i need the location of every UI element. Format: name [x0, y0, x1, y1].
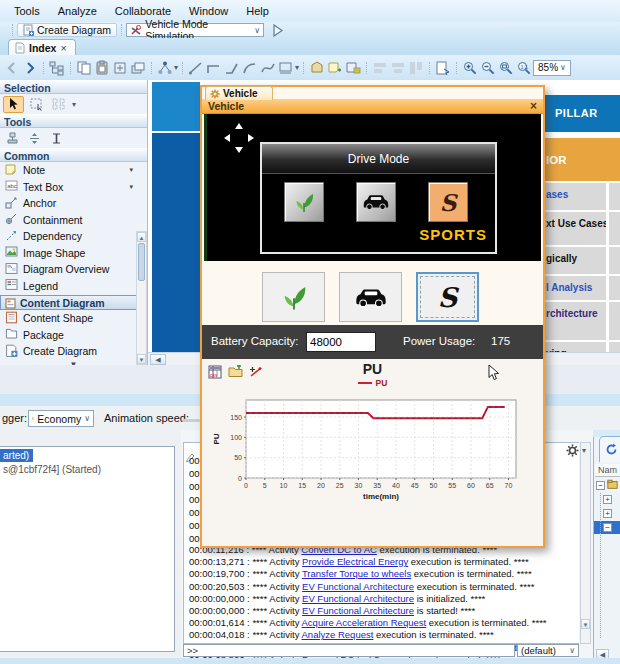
simulation-config-combo[interactable]: Vehicle Mode Simulation ∨: [126, 23, 264, 37]
tree-row[interactable]: −: [594, 479, 620, 492]
export-csv-icon[interactable]: csv: [208, 365, 222, 379]
marquee-select-button[interactable]: [28, 95, 46, 113]
menu-collaborate[interactable]: Collaborate: [107, 3, 179, 19]
console-scrollbar[interactable]: ▼: [580, 442, 591, 644]
paste-special-icon[interactable]: [111, 59, 129, 77]
close-tab-icon[interactable]: ×: [60, 42, 66, 54]
forward-icon[interactable]: [21, 59, 39, 77]
zoom-level-combo[interactable]: 85%∨: [533, 60, 571, 76]
sports-mode-indicator[interactable]: S: [428, 182, 468, 222]
close-icon[interactable]: ×: [530, 99, 537, 113]
palette-item-note[interactable]: Note▾: [0, 162, 147, 179]
multi-select-button[interactable]: [50, 95, 68, 113]
note-lock-icon[interactable]: [344, 59, 362, 77]
palette-section-tools[interactable]: Tools: [0, 114, 147, 128]
palette-item-package[interactable]: Package: [0, 327, 147, 344]
show-diagram-info-icon[interactable]: [434, 59, 452, 77]
palette-item-text-box[interactable]: abcText Box▾: [0, 179, 147, 196]
palette-item-containment[interactable]: Containment: [0, 212, 147, 229]
chevron-down-icon[interactable]: ▾: [129, 166, 133, 174]
chevron-down-icon[interactable]: ▾: [72, 100, 76, 109]
chevron-down-icon[interactable]: ▾: [129, 183, 133, 191]
expand-icon[interactable]: +: [603, 495, 612, 504]
activity-link[interactable]: Provide Electrical Energy: [302, 556, 408, 567]
back-icon[interactable]: [3, 59, 21, 77]
scroll-down-icon[interactable]: ▼: [581, 619, 590, 629]
tree-row[interactable]: +: [594, 493, 620, 506]
activity-link[interactable]: Acquire Acceleration Request: [302, 617, 427, 628]
tree-row[interactable]: −: [594, 521, 620, 534]
console-settings[interactable]: ▾: [566, 444, 586, 457]
palette-item-dependency[interactable]: Dependency: [0, 228, 147, 245]
palette-item-image-shape[interactable]: Image Shape: [0, 245, 147, 262]
activity-link[interactable]: Transfer Torque to wheels: [302, 568, 411, 579]
activity-link[interactable]: Analyze Request: [302, 629, 374, 640]
vertical-spacing-icon[interactable]: [25, 129, 43, 147]
activity-link[interactable]: EV Functional Architecture: [302, 605, 414, 616]
anchor-tool-icon[interactable]: [47, 129, 65, 147]
expand-icon[interactable]: +: [603, 509, 612, 518]
normal-mode-indicator[interactable]: [356, 182, 396, 222]
normal-mode-button[interactable]: [339, 272, 402, 322]
tree-row[interactable]: +: [594, 507, 620, 520]
collapse-icon[interactable]: −: [596, 481, 605, 490]
align-icon-1[interactable]: [371, 59, 389, 77]
zoom-fit-icon[interactable]: [497, 59, 515, 77]
palette-item-create-diagram[interactable]: Create Diagram: [0, 343, 147, 360]
battery-capacity-input[interactable]: [306, 332, 376, 352]
vehicle-dialog-tab[interactable]: Vehicle: [205, 86, 273, 100]
palette-item-diagram-overview[interactable]: Diagram Overview: [0, 261, 147, 278]
scrollbar-thumb[interactable]: [138, 243, 145, 281]
add-series-icon[interactable]: [249, 365, 263, 378]
eco-mode-indicator[interactable]: [284, 182, 324, 222]
scroll-left-icon[interactable]: ◀: [150, 354, 166, 365]
console-scope-combo[interactable]: (default) ∨: [517, 644, 579, 657]
tree-name-column-header[interactable]: Nam: [595, 464, 620, 477]
collapse-icon[interactable]: −: [603, 523, 612, 532]
activity-link[interactable]: EV Functional Architecture: [302, 581, 414, 592]
refresh-tab[interactable]: [599, 436, 620, 462]
palette-item-content-shape[interactable]: Content Shape: [0, 310, 147, 327]
align-icon-2[interactable]: [389, 59, 407, 77]
tab-index[interactable]: Index ×: [8, 39, 76, 55]
export-image-icon[interactable]: [228, 365, 243, 378]
sessions-list[interactable]: arted) s@1cbf72f4] (Started): [0, 446, 175, 652]
menu-analyze[interactable]: Analyze: [50, 3, 105, 19]
chevron-down-icon[interactable]: ▾: [295, 63, 299, 72]
palette-item-anchor[interactable]: Anchor: [0, 195, 147, 212]
scroll-up-icon[interactable]: ▲: [137, 232, 146, 242]
palette-section-common[interactable]: Common: [0, 148, 147, 162]
zoom-in-icon[interactable]: [461, 59, 479, 77]
palette-item-legend[interactable]: Legend: [0, 278, 147, 295]
align-icon-3[interactable]: [407, 59, 425, 77]
dialog-title-bar[interactable]: Vehicle ×: [202, 99, 543, 114]
containment-tree-icon[interactable]: [48, 59, 66, 77]
layers-icon[interactable]: [129, 59, 147, 77]
palette-section-content-diagram[interactable]: Content Diagram: [0, 295, 147, 310]
move-handle-icon[interactable]: [222, 121, 256, 155]
sports-mode-button[interactable]: S: [416, 272, 479, 322]
note-add-icon[interactable]: [326, 59, 344, 77]
path-curved-icon[interactable]: [241, 59, 259, 77]
path-oblique-icon[interactable]: [187, 59, 205, 77]
session-item-selected[interactable]: arted): [0, 449, 33, 462]
path-spline-icon[interactable]: [259, 59, 277, 77]
select-tool-button[interactable]: [3, 96, 24, 113]
path-rectilinear-icon[interactable]: [205, 59, 223, 77]
session-item[interactable]: s@1cbf72f4] (Started): [0, 462, 174, 475]
chevron-down-icon[interactable]: ▾: [174, 63, 178, 72]
palette-section-selection[interactable]: Selection: [0, 80, 147, 94]
shape-icon[interactable]: [308, 59, 326, 77]
palette-item-constraint[interactable]: {}Constraint: [0, 294, 147, 295]
menu-tools[interactable]: Tools: [6, 3, 48, 19]
eco-mode-button[interactable]: [262, 272, 325, 322]
paste-icon[interactable]: [93, 59, 111, 77]
menu-help[interactable]: Help: [238, 3, 277, 19]
activity-link[interactable]: EV Functional Architecture: [302, 593, 414, 604]
path-bent-icon[interactable]: [223, 59, 241, 77]
quick-layout-icon[interactable]: [156, 59, 174, 77]
animation-speed-slider[interactable]: [182, 419, 200, 422]
trigger-combo[interactable]: Economy ∨: [28, 410, 94, 427]
copy-icon[interactable]: [75, 59, 93, 77]
zoom-1-1-icon[interactable]: 1:1: [515, 59, 533, 77]
